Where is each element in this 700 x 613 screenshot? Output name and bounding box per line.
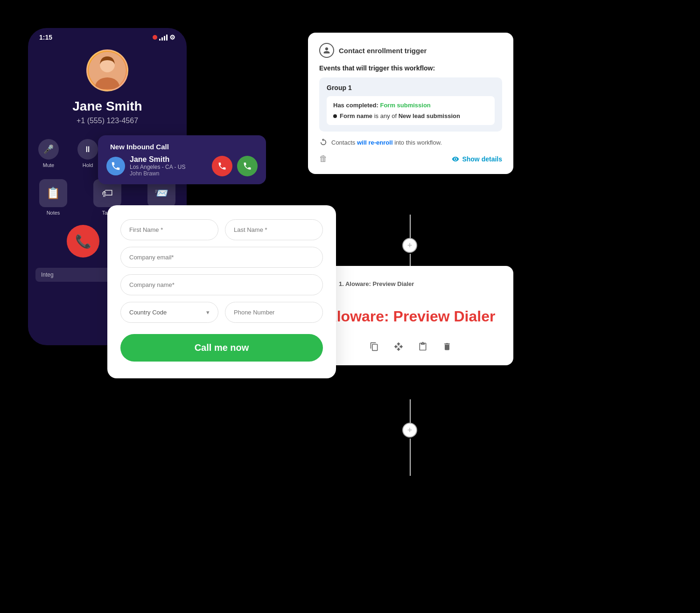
inbound-call-notification: New Inbound Call Jane Smith Los Angeles … bbox=[98, 135, 266, 184]
inbound-info: Jane Smith Los Angeles - CA - US John Br… bbox=[130, 155, 207, 177]
first-name-input[interactable] bbox=[120, 219, 218, 240]
clipboard-action[interactable] bbox=[414, 338, 431, 355]
dialer-footer bbox=[319, 334, 502, 355]
lead-submission-bold: New lead submission bbox=[399, 112, 460, 119]
eye-icon bbox=[452, 155, 459, 163]
plus-circle-1[interactable]: + bbox=[402, 238, 417, 253]
avatar bbox=[86, 49, 128, 91]
condition-box: Has completed: Form submission Form name… bbox=[327, 96, 495, 125]
phone-input[interactable] bbox=[225, 302, 323, 323]
integ-label: Integ bbox=[41, 272, 54, 278]
status-bar: 1:15 ⚙ bbox=[28, 28, 187, 45]
workflow-title: Contact enrollment trigger bbox=[339, 47, 427, 55]
reenroll-suffix: into this workflow. bbox=[394, 139, 442, 146]
dialer-header: 1. Aloware: Preview Dialer bbox=[319, 276, 502, 291]
reenroll-link[interactable]: will re-enroll bbox=[357, 139, 393, 146]
bullet-dot bbox=[333, 114, 337, 118]
company-input[interactable] bbox=[120, 274, 323, 295]
settings-icon: ⚙ bbox=[169, 34, 175, 41]
contact-icon bbox=[319, 43, 334, 58]
connector-line-4 bbox=[410, 439, 411, 476]
condition-sub: Form name is any of New lead submission bbox=[333, 112, 488, 119]
trash-action[interactable] bbox=[439, 338, 455, 355]
form-card: Country Code ▾ Call me now bbox=[107, 205, 336, 378]
hold-control[interactable]: ⏸ Hold bbox=[77, 139, 98, 168]
sub-condition-any: is any of bbox=[374, 112, 399, 119]
name-row bbox=[120, 219, 323, 240]
move-action[interactable] bbox=[390, 338, 407, 355]
workflow-header: Contact enrollment trigger bbox=[319, 43, 502, 58]
caller-number: +1 (555) 123-4567 bbox=[28, 117, 187, 125]
country-code-label: Country Code bbox=[129, 309, 167, 316]
hangup-button[interactable]: 📞 bbox=[67, 225, 99, 258]
notes-label: Notes bbox=[47, 210, 60, 216]
caller-name: Jane Smith bbox=[28, 99, 187, 114]
copy-action[interactable] bbox=[366, 338, 383, 355]
reenroll-text: Contacts will re-enroll into this workfl… bbox=[331, 139, 442, 146]
mute-label: Mute bbox=[43, 162, 54, 168]
dialer-title: Aloware: Preview Dialer bbox=[319, 299, 502, 334]
email-input[interactable] bbox=[120, 247, 323, 268]
inbound-location: Los Angeles - CA - US bbox=[130, 164, 207, 170]
status-icons: ⚙ bbox=[153, 34, 175, 41]
condition-line: Has completed: Form submission bbox=[333, 102, 488, 109]
mute-icon[interactable]: 🎤 bbox=[38, 139, 59, 160]
hold-label: Hold bbox=[83, 162, 93, 168]
mute-control[interactable]: 🎤 Mute bbox=[38, 139, 59, 168]
delete-icon[interactable]: 🗑 bbox=[319, 154, 328, 164]
decline-button[interactable] bbox=[212, 156, 232, 176]
notes-icon[interactable]: 📋 bbox=[39, 179, 67, 207]
sub-condition-text: Form name is any of New lead submission bbox=[340, 112, 460, 119]
reenroll-line: Contacts will re-enroll into this workfl… bbox=[319, 138, 502, 146]
show-details-label: Show details bbox=[462, 155, 502, 163]
record-indicator bbox=[153, 35, 157, 40]
call-me-now-button[interactable]: Call me now bbox=[120, 334, 323, 362]
workflow-trigger-card: Contact enrollment trigger Events that w… bbox=[308, 33, 513, 174]
plus-circle-2[interactable]: + bbox=[402, 423, 417, 438]
condition-label: Has completed: bbox=[333, 102, 378, 109]
form-name-bold: Form name bbox=[340, 112, 372, 119]
inbound-caller: Jane Smith bbox=[130, 155, 207, 164]
hold-icon[interactable]: ⏸ bbox=[77, 139, 98, 160]
last-name-input[interactable] bbox=[225, 219, 323, 240]
show-details-button[interactable]: Show details bbox=[452, 155, 502, 163]
dialer-step-label: 1. Aloware: Preview Dialer bbox=[339, 280, 414, 287]
group-box: Group 1 Has completed: Form submission F… bbox=[319, 77, 502, 132]
signal-icon bbox=[159, 34, 168, 41]
country-code-select[interactable]: Country Code ▾ bbox=[120, 302, 218, 323]
reenroll-icon bbox=[319, 138, 328, 146]
accept-button[interactable] bbox=[237, 156, 258, 176]
condition-value: Form submission bbox=[380, 102, 430, 109]
workflow-dialer-card: 1. Aloware: Preview Dialer Aloware: Prev… bbox=[308, 266, 513, 365]
contacts-prefix: Contacts bbox=[331, 139, 357, 146]
time-display: 1:15 bbox=[39, 34, 52, 41]
plus-icon-2: + bbox=[407, 425, 413, 435]
plus-icon-1: + bbox=[407, 241, 413, 251]
workflow-footer: 🗑 Show details bbox=[319, 154, 502, 164]
inbound-phone-icon bbox=[106, 157, 125, 175]
inbound-agent: John Brawn bbox=[130, 170, 207, 177]
workflow-subtitle: Events that will trigger this workflow: bbox=[319, 64, 502, 72]
inbound-actions bbox=[212, 156, 258, 176]
group-title: Group 1 bbox=[327, 84, 495, 91]
chevron-down-icon: ▾ bbox=[206, 309, 210, 316]
phone-row: Country Code ▾ bbox=[120, 302, 323, 323]
inbound-row: Jane Smith Los Angeles - CA - US John Br… bbox=[106, 155, 258, 177]
inbound-title: New Inbound Call bbox=[106, 143, 258, 151]
notes-button[interactable]: 📋 Notes bbox=[39, 179, 67, 216]
